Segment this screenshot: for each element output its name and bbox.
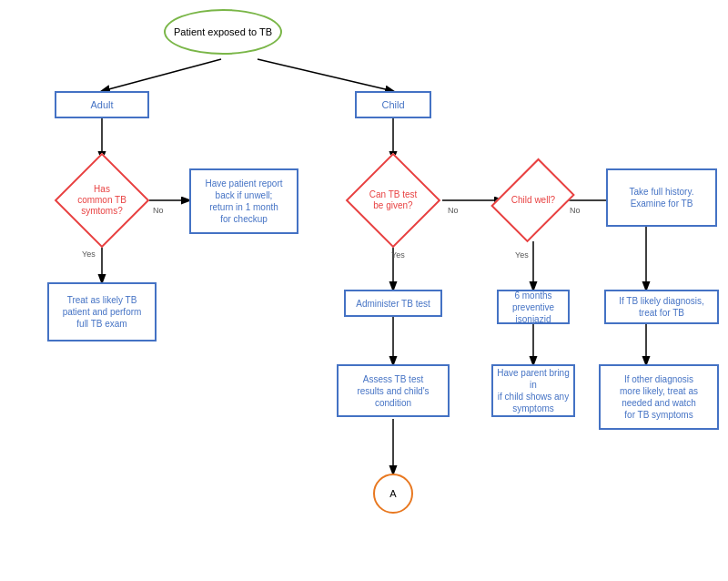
treat-likely-rect: Treat as likely TB patient and perform f… <box>47 282 157 341</box>
if-other-rect: If other diagnosis more likely, treat as… <box>599 364 719 430</box>
administer-rect: Administer TB test <box>344 290 442 317</box>
assess-results-label: Assess TB test results and child's condi… <box>357 373 429 409</box>
administer-label: Administer TB test <box>356 298 430 310</box>
full-history-label: Take full history. Examine for TB <box>630 186 694 209</box>
full-history-rect: Take full history. Examine for TB <box>606 168 717 227</box>
child-rect: Child <box>355 91 431 118</box>
has-symptoms-diamond: Has common TB symtoms? <box>56 155 147 246</box>
start-oval: Patient exposed to TB <box>164 9 282 55</box>
six-months-label: 6 months preventive isoniazid <box>502 290 564 325</box>
start-label: Patient exposed to TB <box>174 26 272 37</box>
adult-rect: Adult <box>55 91 149 118</box>
if-other-label: If other diagnosis more likely, treat as… <box>620 373 698 421</box>
yes2-label: Yes <box>391 250 405 260</box>
has-symptoms-text: Has common TB symtoms? <box>70 184 134 217</box>
connector-a: A <box>373 474 413 514</box>
treat-likely-label: Treat as likely TB patient and perform f… <box>63 294 142 330</box>
if-tb-likely-label: If TB likely diagnosis, treat for TB <box>619 295 704 319</box>
child-well-text: Child well? <box>504 195 562 206</box>
six-months-rect: 6 months preventive isoniazid <box>497 290 570 324</box>
have-parent-rect: Have parent bring in if child shows any … <box>491 364 575 417</box>
report-back-rect: Have patient report back if unwell; retu… <box>189 168 298 234</box>
connector-a-label: A <box>389 488 396 499</box>
yes1-label: Yes <box>82 250 96 259</box>
svg-line-1 <box>258 59 393 91</box>
can-tb-test-diamond: Can TB test be given? <box>348 155 439 246</box>
adult-label: Adult <box>90 98 113 111</box>
child-label: Child <box>381 98 404 111</box>
assess-results-rect: Assess TB test results and child's condi… <box>337 364 450 417</box>
have-parent-label: Have parent bring in if child shows any … <box>497 367 570 414</box>
report-back-label: Have patient report back if unwell; retu… <box>205 178 282 225</box>
child-well-diamond: Child well? <box>499 155 568 246</box>
svg-line-0 <box>102 59 221 91</box>
yes3-label: Yes <box>515 250 529 260</box>
no1-label: No <box>153 206 164 215</box>
flowchart: Patient exposed to TB Adult Child Has co… <box>0 0 728 581</box>
can-tb-test-text: Can TB test be given? <box>362 189 425 211</box>
if-tb-likely-rect: If TB likely diagnosis, treat for TB <box>604 290 719 324</box>
no3-label: No <box>570 206 581 215</box>
no2-label: No <box>448 206 459 215</box>
